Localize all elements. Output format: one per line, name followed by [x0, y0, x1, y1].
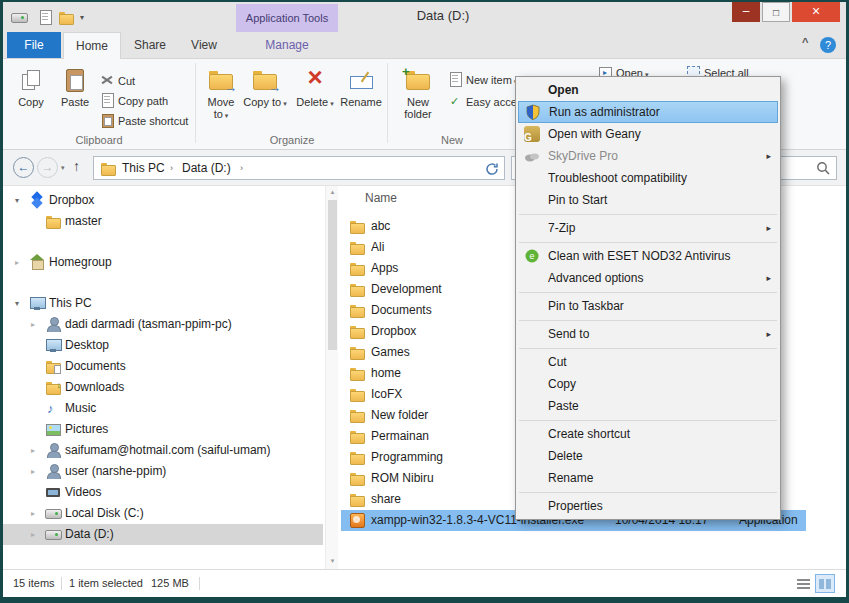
- context-menu-item-copy[interactable]: Copy: [518, 373, 778, 395]
- expander-icon[interactable]: [15, 252, 19, 273]
- window-system-icon[interactable]: [11, 9, 27, 25]
- folder-icon: [349, 491, 365, 507]
- sidebar-item-label: Dropbox: [49, 190, 94, 211]
- close-button[interactable]: [792, 2, 840, 22]
- sidebar-item-master[interactable]: master: [3, 211, 323, 232]
- copy-to-button[interactable]: Copy to: [243, 67, 287, 110]
- expander-icon[interactable]: [31, 440, 35, 461]
- sidebar-item-homegroup[interactable]: Homegroup: [3, 252, 323, 273]
- organize-group-label: Organize: [197, 134, 387, 146]
- copy-button[interactable]: Copy: [9, 67, 53, 108]
- context-menu-item-clean-with-eset[interactable]: e Clean with ESET NOD32 Antivirus: [518, 245, 778, 267]
- context-menu-item-pin-to-start[interactable]: Pin to Start: [518, 189, 778, 211]
- chevron-right-icon[interactable]: [240, 157, 243, 179]
- tab-file[interactable]: File: [7, 32, 61, 58]
- context-menu-item-properties[interactable]: Properties: [518, 495, 778, 517]
- file-name: Ali: [371, 237, 384, 258]
- sidebar-item-videos[interactable]: Videos: [3, 482, 323, 503]
- expander-icon[interactable]: [31, 314, 35, 335]
- sidebar-item-label: Downloads: [65, 377, 124, 398]
- back-button[interactable]: [13, 157, 34, 178]
- submenu-arrow-icon: [766, 217, 771, 239]
- new-folder-label: New folder: [393, 96, 443, 120]
- new-item-button[interactable]: New item: [447, 71, 517, 88]
- context-menu-item-open[interactable]: Open: [518, 79, 778, 101]
- downloads-folder-icon: [45, 379, 61, 395]
- tab-view[interactable]: View: [179, 32, 229, 58]
- context-menu-item-delete[interactable]: Delete: [518, 445, 778, 467]
- large-icons-view-button[interactable]: [815, 574, 835, 593]
- details-view-button[interactable]: [793, 574, 813, 593]
- title-bar[interactable]: Application Tools Data (D:): [3, 2, 846, 32]
- new-folder-button[interactable]: New folder: [393, 67, 443, 120]
- context-menu-item-advanced-options[interactable]: Advanced options: [518, 267, 778, 289]
- delete-button[interactable]: Delete: [293, 67, 337, 110]
- expander-icon[interactable]: [15, 293, 19, 314]
- user-icon: [45, 316, 61, 332]
- dropdown-caret-icon: [225, 112, 229, 119]
- forward-button[interactable]: [37, 157, 58, 178]
- explorer-window: Application Tools Data (D:) File Home Sh…: [3, 2, 846, 597]
- expander-icon[interactable]: [15, 190, 19, 211]
- up-button[interactable]: [73, 158, 80, 174]
- minimize-ribbon-icon[interactable]: [802, 36, 808, 48]
- scroll-up-icon[interactable]: [326, 188, 339, 196]
- tab-home[interactable]: Home: [63, 32, 121, 59]
- move-to-button[interactable]: Move to: [199, 67, 243, 122]
- sidebar-item-dropbox[interactable]: Dropbox: [3, 190, 323, 211]
- refresh-icon[interactable]: [484, 161, 500, 177]
- sidebar-item-desktop[interactable]: Desktop: [3, 335, 323, 356]
- context-menu-item-paste[interactable]: Paste: [518, 395, 778, 417]
- qat-properties-icon[interactable]: [37, 9, 53, 25]
- expander-icon[interactable]: [31, 524, 35, 545]
- recent-locations-icon[interactable]: [61, 164, 65, 172]
- copy-path-button[interactable]: Copy path: [99, 92, 168, 109]
- tab-manage[interactable]: Manage: [236, 32, 338, 58]
- folder-icon: [349, 218, 365, 234]
- address-bar[interactable]: This PC Data (D:): [93, 156, 505, 180]
- sidebar-item-local-disk-c[interactable]: Local Disk (C:): [3, 503, 323, 524]
- sidebar-item-this-pc[interactable]: This PC: [3, 293, 323, 314]
- context-menu-item-7zip[interactable]: 7-Zip: [518, 217, 778, 239]
- sidebar-item-user-narshe[interactable]: user (narshe-ppim): [3, 461, 323, 482]
- paste-shortcut-button[interactable]: Paste shortcut: [99, 112, 188, 129]
- maximize-button[interactable]: [762, 2, 790, 22]
- rename-button[interactable]: Rename: [339, 67, 383, 108]
- copy-to-label: Copy to: [243, 96, 281, 108]
- context-menu-item-rename[interactable]: Rename: [518, 467, 778, 489]
- file-name: New folder: [371, 405, 428, 426]
- context-menu-item-create-shortcut[interactable]: Create shortcut: [518, 423, 778, 445]
- minimize-button[interactable]: [732, 2, 760, 22]
- context-menu-item-skydrive-pro[interactable]: SkyDrive Pro: [518, 145, 778, 167]
- sidebar-item-dadi-darmadi[interactable]: dadi darmadi (tasman-ppim-pc): [3, 314, 323, 335]
- column-header-name[interactable]: Name: [365, 188, 397, 208]
- sidebar-item-pictures[interactable]: Pictures: [3, 419, 323, 440]
- context-menu-item-cut[interactable]: Cut: [518, 351, 778, 373]
- sidebar-item-downloads[interactable]: Downloads: [3, 377, 323, 398]
- sidebar-scrollbar[interactable]: [325, 186, 338, 569]
- qat-new-folder-icon[interactable]: [58, 9, 74, 25]
- context-menu-item-open-with-geany[interactable]: Open with Geany: [518, 123, 778, 145]
- breadcrumb-data-d[interactable]: Data (D:): [182, 157, 231, 179]
- expander-icon[interactable]: [31, 461, 35, 482]
- paste-button[interactable]: Paste: [53, 67, 97, 108]
- breadcrumb-this-pc[interactable]: This PC: [122, 157, 165, 179]
- chevron-right-icon[interactable]: [170, 157, 173, 179]
- expander-icon[interactable]: [31, 503, 35, 524]
- sidebar-item-music[interactable]: Music: [3, 398, 323, 419]
- qat-dropdown-icon[interactable]: [80, 13, 84, 22]
- sidebar-item-documents[interactable]: Documents: [3, 356, 323, 377]
- sidebar-item-data-d[interactable]: Data (D:): [3, 524, 323, 545]
- scroll-down-icon[interactable]: [326, 557, 339, 565]
- sidebar-item-label: Music: [65, 398, 96, 419]
- menu-item-label: Rename: [548, 471, 593, 485]
- help-icon[interactable]: [820, 37, 836, 53]
- tab-share[interactable]: Share: [123, 32, 177, 58]
- context-menu-item-send-to[interactable]: Send to: [518, 323, 778, 345]
- context-menu-item-pin-to-taskbar[interactable]: Pin to Taskbar: [518, 295, 778, 317]
- cut-button[interactable]: Cut: [99, 72, 135, 89]
- context-menu-item-troubleshoot-compatibility[interactable]: Troubleshoot compatibility: [518, 167, 778, 189]
- context-menu-item-run-as-administrator[interactable]: Run as administrator: [518, 101, 778, 123]
- sidebar-item-saifumam[interactable]: saifumam@hotmail.com (saiful-umam): [3, 440, 323, 461]
- scrollbar-thumb[interactable]: [328, 200, 337, 350]
